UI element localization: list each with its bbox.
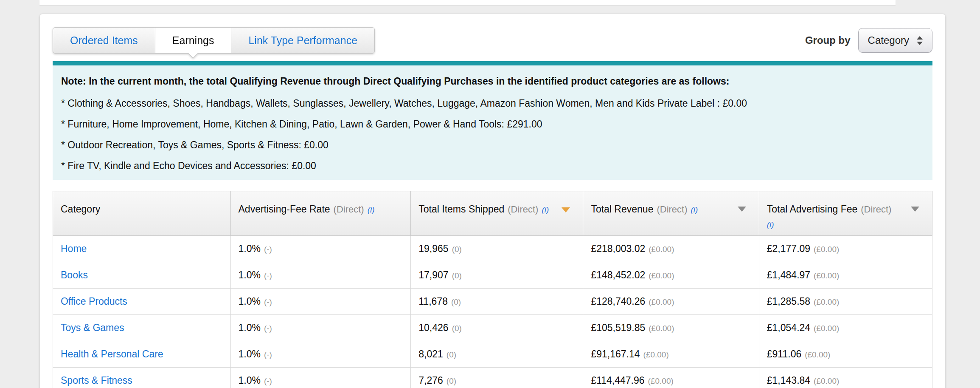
- fee-rate-value: 1.0%: [239, 348, 261, 360]
- ad-fee-sub: (£0.00): [814, 271, 839, 280]
- column-header-category: Category: [53, 191, 231, 236]
- info-icon[interactable]: (i): [368, 205, 375, 214]
- column-qualifier: (Direct): [657, 204, 687, 215]
- revenue-value: £218,003.02: [591, 243, 645, 254]
- column-header-total-items-shipped[interactable]: Total Items Shipped(Direct)(i): [411, 191, 583, 236]
- fee-rate-value: 1.0%: [239, 322, 261, 333]
- ad-fee-sub: (£0.00): [814, 377, 839, 385]
- select-arrows-icon: [917, 36, 923, 45]
- note-line-furniture: * Furniture, Home Improvement, Home, Kit…: [61, 118, 924, 130]
- category-link[interactable]: Health & Personal Care: [61, 348, 163, 360]
- ad-fee-sub: (£0.00): [814, 324, 839, 333]
- revenue-value: £114,447.96: [591, 375, 644, 386]
- column-label: Advertising-Fee Rate: [239, 204, 330, 215]
- report-card: Ordered Items Earnings Link Type Perform…: [39, 14, 946, 388]
- items-shipped-sub: (0): [452, 271, 462, 280]
- revenue-value: £128,740.26: [591, 296, 645, 307]
- table-row: Home 1.0%(-) 19,965(0) £218,003.02(£0.00…: [53, 236, 932, 262]
- table-row: Toys & Games 1.0%(-) 10,426(0) £105,519.…: [53, 315, 932, 341]
- revenue-value: £105,519.85: [591, 322, 645, 333]
- column-header-advertising-fee-rate: Advertising-Fee Rate(Direct)(i): [230, 191, 411, 236]
- info-icon[interactable]: (i): [691, 205, 698, 214]
- column-qualifier: (Direct): [861, 204, 891, 215]
- items-shipped-sub: (0): [451, 297, 461, 306]
- note-heading: Note: In the current month, the total Qu…: [61, 75, 924, 88]
- ad-fee-sub: (£0.00): [814, 297, 839, 306]
- fee-rate-sub: (-): [264, 324, 272, 333]
- items-shipped-sub: (0): [452, 324, 462, 333]
- ad-fee-value: £1,054.24: [767, 322, 810, 333]
- fee-rate-sub: (-): [264, 350, 272, 359]
- revenue-sub: (£0.00): [649, 245, 674, 254]
- category-link[interactable]: Toys & Games: [61, 322, 124, 333]
- revenue-sub: (£0.00): [648, 377, 674, 385]
- tab-ordered-items[interactable]: Ordered Items: [53, 27, 155, 54]
- ad-fee-sub: (£0.00): [805, 350, 830, 359]
- sort-desc-icon[interactable]: [738, 207, 746, 212]
- previous-card-bottom-edge: [39, 0, 896, 5]
- fee-rate-value: 1.0%: [239, 243, 261, 254]
- info-icon[interactable]: (i): [767, 217, 924, 232]
- fee-rate-value: 1.0%: [239, 375, 261, 386]
- info-icon[interactable]: (i): [542, 205, 549, 214]
- column-qualifier: (Direct): [334, 204, 364, 215]
- group-by-control: Group by Category: [805, 28, 932, 53]
- column-qualifier: (Direct): [508, 204, 538, 215]
- items-shipped-sub: (0): [446, 377, 456, 385]
- fee-rate-value: 1.0%: [239, 296, 261, 307]
- items-shipped-value: 7,276: [418, 375, 443, 386]
- tab-link-type-performance[interactable]: Link Type Performance: [231, 27, 375, 54]
- ad-fee-sub: (£0.00): [814, 245, 839, 254]
- fee-rate-value: 1.0%: [239, 269, 261, 280]
- category-link[interactable]: Books: [61, 269, 88, 280]
- tab-row: Ordered Items Earnings Link Type Perform…: [53, 27, 932, 54]
- note-line-firetv: * Fire TV, Kindle and Echo Devices and A…: [61, 159, 924, 172]
- earnings-table: Category Advertising-Fee Rate(Direct)(i)…: [53, 191, 932, 388]
- sort-desc-icon[interactable]: [911, 207, 919, 212]
- category-link[interactable]: Sports & Fitness: [61, 375, 132, 386]
- group-by-label: Group by: [805, 34, 851, 46]
- table-header-row: Category Advertising-Fee Rate(Direct)(i)…: [53, 191, 932, 236]
- category-link[interactable]: Office Products: [61, 296, 127, 307]
- items-shipped-value: 10,426: [418, 322, 448, 333]
- column-header-total-advertising-fee[interactable]: Total Advertising Fee(Direct)(i): [759, 191, 932, 236]
- items-shipped-value: 17,907: [418, 269, 448, 280]
- revenue-sub: (£0.00): [649, 271, 674, 280]
- report-tabs: Ordered Items Earnings Link Type Perform…: [53, 27, 375, 54]
- items-shipped-sub: (0): [446, 350, 456, 359]
- ad-fee-value: £1,143.84: [767, 375, 810, 386]
- revenue-sub: (£0.00): [649, 324, 674, 333]
- note-line-clothing: * Clothing & Accessories, Shoes, Handbag…: [61, 97, 924, 110]
- column-label: Total Revenue: [591, 204, 653, 215]
- table-row: Books 1.0%(-) 17,907(0) £148,452.02(£0.0…: [53, 262, 932, 289]
- table-row: Sports & Fitness 1.0%(-) 7,276(0) £114,4…: [53, 368, 932, 388]
- items-shipped-value: 11,678: [418, 296, 448, 307]
- fee-rate-sub: (-): [264, 297, 272, 306]
- column-label: Total Advertising Fee: [767, 204, 858, 215]
- ad-fee-value: £911.06: [767, 348, 801, 360]
- column-header-total-revenue[interactable]: Total Revenue(Direct)(i): [583, 191, 759, 236]
- ad-fee-value: £1,484.97: [767, 269, 810, 280]
- fee-rate-sub: (-): [264, 245, 272, 254]
- note-accent-bar: [53, 61, 932, 65]
- revenue-sub: (£0.00): [649, 297, 674, 306]
- ad-fee-value: £2,177.09: [767, 243, 810, 254]
- note-line-outdoor: * Outdoor Recreation, Toys & Games, Spor…: [61, 139, 924, 151]
- ad-fee-value: £1,285.58: [767, 296, 810, 307]
- sort-desc-active-icon[interactable]: [562, 207, 570, 212]
- revenue-value: £91,167.14: [591, 348, 640, 360]
- items-shipped-value: 19,965: [418, 243, 448, 254]
- items-shipped-sub: (0): [452, 245, 462, 254]
- items-shipped-value: 8,021: [418, 348, 443, 360]
- revenue-sub: (£0.00): [643, 350, 669, 359]
- group-by-selected-value: Category: [868, 34, 909, 46]
- revenue-value: £148,452.02: [591, 269, 645, 280]
- tab-earnings[interactable]: Earnings: [155, 27, 232, 54]
- fee-rate-sub: (-): [264, 377, 272, 385]
- table-row: Office Products 1.0%(-) 11,678(0) £128,7…: [53, 289, 932, 315]
- group-by-dropdown[interactable]: Category: [858, 28, 932, 53]
- column-label: Total Items Shipped: [418, 204, 504, 215]
- category-link[interactable]: Home: [61, 243, 87, 254]
- fee-rate-sub: (-): [264, 271, 272, 280]
- table-row: Health & Personal Care 1.0%(-) 8,021(0) …: [53, 341, 932, 368]
